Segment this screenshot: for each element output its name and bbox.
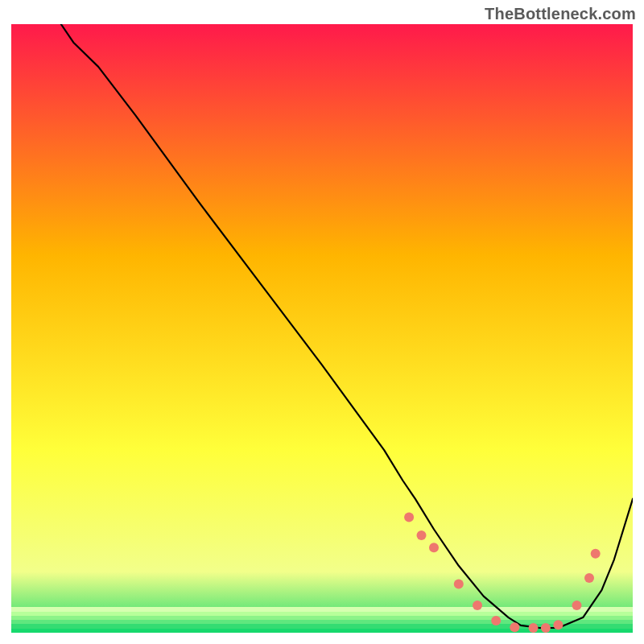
highlight-dot xyxy=(404,512,414,522)
svg-rect-2 xyxy=(11,612,633,616)
highlight-dot xyxy=(541,623,551,633)
watermark-text: TheBottleneck.com xyxy=(485,5,636,23)
highlight-dot xyxy=(510,622,519,632)
highlight-dot xyxy=(584,573,594,583)
bottleneck-chart xyxy=(0,0,644,644)
highlight-dot xyxy=(553,620,563,630)
svg-rect-4 xyxy=(11,620,633,624)
highlight-dot xyxy=(454,580,464,589)
highlight-dot xyxy=(529,623,539,633)
highlight-dot xyxy=(417,530,427,540)
chart-stage: TheBottleneck.com xyxy=(0,0,644,644)
bottom-bands xyxy=(11,607,633,633)
svg-rect-1 xyxy=(11,607,633,612)
highlight-dot xyxy=(491,616,501,625)
highlight-dot xyxy=(473,601,482,610)
highlight-dot xyxy=(591,549,601,559)
highlight-dot xyxy=(429,543,439,552)
plot-gradient xyxy=(11,24,633,633)
highlight-dot xyxy=(572,601,582,610)
svg-rect-6 xyxy=(11,629,633,633)
svg-rect-3 xyxy=(11,616,633,620)
